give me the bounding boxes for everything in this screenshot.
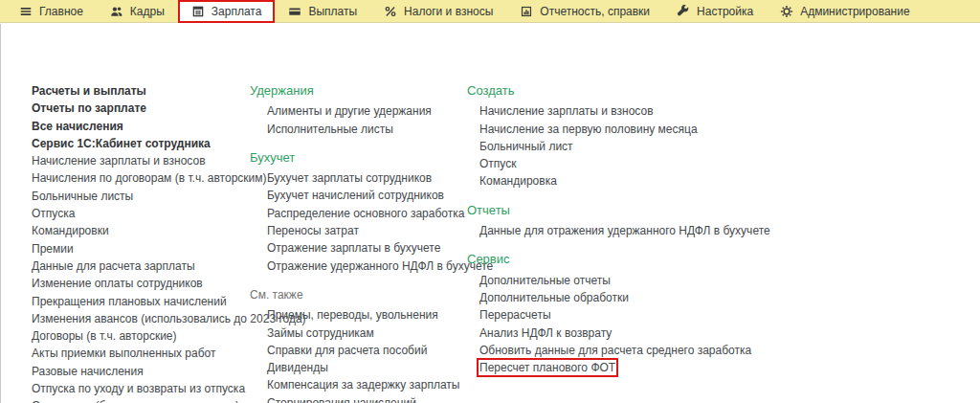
menu-link[interactable]: Приемы, переводы, увольнения xyxy=(250,306,466,324)
menu-link[interactable]: Командировка xyxy=(467,172,754,190)
menu-link[interactable]: Обновить данные для расчета среднего зар… xyxy=(467,342,754,359)
tab-personnel[interactable]: Кадры xyxy=(97,0,178,23)
menu-link-featured[interactable]: Отчеты по зарплате xyxy=(32,100,250,117)
menu-link[interactable]: Дивиденды xyxy=(250,359,466,376)
menu-link-featured[interactable]: Расчеты и выплаты xyxy=(32,82,250,100)
menu-link-label: Отпуска по уходу и возвраты из отпуска xyxy=(32,382,245,395)
menu-link-label: Договоры (в т.ч. авторские) xyxy=(32,329,177,343)
menu-link[interactable]: Отпуска по уходу и возвраты из отпуска xyxy=(32,380,250,397)
menu-link-featured[interactable]: Сервис 1С:Кабинет сотрудника xyxy=(32,135,250,152)
menu-link-label: Переносы затрат xyxy=(267,224,359,237)
menu-link[interactable]: Разовые начисления xyxy=(32,363,250,380)
menu-link[interactable]: Начисление зарплаты и взносов xyxy=(467,102,754,120)
menu-link[interactable]: Бухучет начислений сотрудников xyxy=(250,187,466,204)
menu-link[interactable]: Договоры (в т.ч. авторские) xyxy=(32,327,250,345)
tab-taxes[interactable]: Налоги и взносы xyxy=(370,0,506,23)
menu-link[interactable]: Командировки xyxy=(32,222,250,239)
menu-link-label: Дополнительные обработки xyxy=(479,291,629,304)
menu-link[interactable]: Отпуск xyxy=(467,155,754,172)
menu-link[interactable]: Исполнительные листы xyxy=(250,121,466,138)
report-icon xyxy=(520,5,533,18)
menu-section: СоздатьНачисление зарплаты и взносовНачи… xyxy=(467,82,754,190)
menu-link[interactable]: Сторнирования начислений xyxy=(250,394,466,403)
menu-link[interactable]: Переносы затрат xyxy=(250,222,466,239)
menu-section: См. такжеПриемы, переводы, увольненияЗай… xyxy=(250,286,466,403)
menu-link-label: Приемы, переводы, увольнения xyxy=(267,308,438,322)
menu-link-label: Обновить данные для расчета среднего зар… xyxy=(479,344,751,357)
tab-label: Главное xyxy=(39,5,83,18)
menu-link[interactable]: Займы сотрудникам xyxy=(250,325,466,342)
card-icon xyxy=(288,5,301,18)
menu-link-label: Алименты и другие удержания xyxy=(267,104,432,118)
menu-link-label: Отражение зарплаты в бухучете xyxy=(267,241,440,255)
menu-link-label: Справки для расчета пособий xyxy=(267,344,427,357)
section-header: См. также xyxy=(250,286,466,303)
menu-link[interactable]: Компенсация за задержку зарплаты xyxy=(250,376,466,393)
menu-link[interactable]: Отсутствия (болезни, прогулы, неявки) xyxy=(32,397,250,403)
menu-link-label: Премии xyxy=(32,242,74,256)
tab-settings[interactable]: Настройка xyxy=(663,0,767,23)
tab-administration[interactable]: Администрирование xyxy=(767,0,923,23)
menu-section: ОтчетыДанные для отражения удержанного Н… xyxy=(467,202,754,240)
menu-link[interactable]: Больничные листы xyxy=(32,188,250,205)
menu-link[interactable]: Начисления по договорам (в т.ч. авторски… xyxy=(32,169,250,187)
menu-link-label: Отчеты по зарплате xyxy=(32,101,146,115)
menu-link-label: Бухучет зарплаты сотрудников xyxy=(267,171,432,185)
tab-label: Налоги и взносы xyxy=(404,5,493,18)
menu-link-label: Данные для расчета зарплаты xyxy=(32,259,195,273)
menu-link-label: Начисление зарплаты и взносов xyxy=(32,154,206,168)
menu-link-label: Компенсация за задержку зарплаты xyxy=(267,378,459,392)
menu-link[interactable]: Начисление зарплаты и взносов xyxy=(32,152,250,169)
top-navigation-bar: ГлавноеКадрыЗарплатаВыплатыНалоги и взно… xyxy=(0,0,980,23)
menu-link-featured[interactable]: Все начисления xyxy=(32,118,250,135)
menu-link[interactable]: Больничный лист xyxy=(467,138,754,155)
menu-link[interactable]: Алименты и другие удержания xyxy=(250,102,466,120)
menu-link[interactable]: Распределение основного заработка xyxy=(250,205,466,222)
gear-icon xyxy=(780,5,793,18)
menu-link[interactable]: Изменение оплаты сотрудников xyxy=(32,275,250,292)
menu-link[interactable]: Отражение удержанного НДФЛ в бухучете xyxy=(250,257,466,275)
menu-link-annotated[interactable]: Пересчет планового ФОТ xyxy=(467,359,754,376)
section-header: Создать xyxy=(467,82,754,100)
menu-link[interactable]: Акты приемки выполненных работ xyxy=(32,345,250,362)
menu-link[interactable]: Данные для отражения удержанного НДФЛ в … xyxy=(467,222,754,239)
menu-link[interactable]: Анализ НДФЛ к возврату xyxy=(467,325,754,342)
people-icon xyxy=(110,5,123,18)
menu-link-label: Больничные листы xyxy=(32,190,133,203)
menu-link-label: Дивиденды xyxy=(267,361,328,374)
salary-section-menu-panel: Расчеты и выплатыОтчеты по зарплатеВсе н… xyxy=(0,24,980,403)
menu-link-label: Пересчет планового ФОТ xyxy=(479,361,615,374)
tab-label: Кадры xyxy=(130,5,165,18)
menu-link[interactable]: Отпуска xyxy=(32,205,250,222)
menu-link-label: Начисления по договорам (в т.ч. авторски… xyxy=(32,171,267,185)
menu-column-left: Расчеты и выплатыОтчеты по зарплатеВсе н… xyxy=(32,82,250,403)
menu-column-right: СоздатьНачисление зарплаты и взносовНачи… xyxy=(467,82,754,376)
menu-link[interactable]: Прекращения плановых начислений xyxy=(32,293,250,310)
menu-link[interactable]: Начисление за первую половину месяца xyxy=(467,121,754,138)
menu-link-label: Займы сотрудникам xyxy=(267,326,374,340)
menu-link-label: Начисление зарплаты и взносов xyxy=(479,104,654,118)
menu-link[interactable]: Перерасчеты xyxy=(467,306,754,324)
menu-link[interactable]: Справки для расчета пособий xyxy=(250,342,466,359)
menu-link[interactable]: Отражение зарплаты в бухучете xyxy=(250,239,466,257)
tab-main[interactable]: Главное xyxy=(6,0,97,23)
menu-link[interactable]: Данные для расчета зарплаты xyxy=(32,257,250,275)
menu-link[interactable]: Бухучет зарплаты сотрудников xyxy=(250,169,466,187)
salary-table-icon xyxy=(191,5,205,18)
menu-link-label: Сторнирования начислений xyxy=(267,396,416,403)
menu-column-middle: УдержанияАлименты и другие удержанияИспо… xyxy=(250,82,466,403)
menu-link[interactable]: Премии xyxy=(32,240,250,257)
menu-link-label: Распределение основного заработка xyxy=(267,207,464,220)
menu-link-label: Командировки xyxy=(32,224,109,237)
tab-payments[interactable]: Выплаты xyxy=(275,0,370,23)
menu-link[interactable]: Дополнительные обработки xyxy=(467,289,754,306)
menu-link-label: Больничный лист xyxy=(479,140,573,153)
menu-link-label: Разовые начисления xyxy=(32,365,144,378)
menu-link[interactable]: Изменения авансов (использовались до 202… xyxy=(32,310,250,327)
tab-label: Отчетность, справки xyxy=(540,5,650,18)
menu-link-label: Отпуска xyxy=(32,207,75,220)
tab-reporting[interactable]: Отчетность, справки xyxy=(506,0,663,23)
tab-salary[interactable]: Зарплата xyxy=(178,0,276,23)
menu-link-label: Расчеты и выплаты xyxy=(32,84,146,98)
menu-link[interactable]: Дополнительные отчеты xyxy=(467,272,754,289)
